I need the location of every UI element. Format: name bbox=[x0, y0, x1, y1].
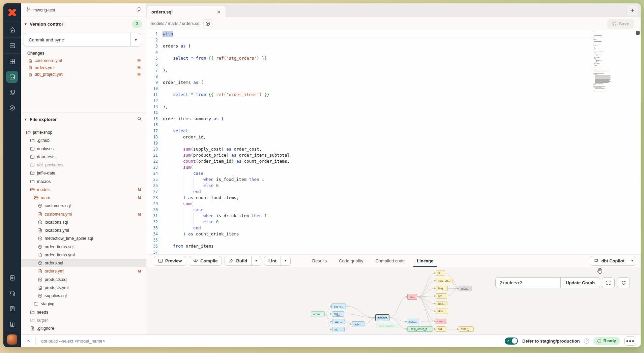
compass-icon[interactable] bbox=[3, 100, 21, 116]
tree-item-orders.yml[interactable]: orders.ymlM bbox=[21, 267, 146, 275]
notebook-icon[interactable] bbox=[3, 301, 21, 316]
tree-item-staging[interactable]: staging bbox=[21, 300, 146, 308]
save-button[interactable]: Save bbox=[607, 19, 634, 29]
dbt-logo-icon[interactable] bbox=[3, 3, 21, 22]
help-question-icon[interactable]: ? bbox=[584, 339, 589, 344]
lineage-node-ordy[interactable]: ord... bbox=[436, 326, 446, 332]
lineage-node-toi[interactable]: test_order_it... bbox=[407, 326, 433, 332]
tree-item-supplies.sql[interactable]: supplies.sql bbox=[21, 292, 146, 300]
code-line[interactable]: 35 bbox=[146, 237, 292, 243]
changed-file-row[interactable]: orders.ymlM bbox=[21, 64, 146, 71]
code-line[interactable]: 2 bbox=[146, 37, 292, 43]
clipboard-icon[interactable] bbox=[3, 270, 21, 285]
new-tab-button[interactable]: + bbox=[627, 5, 638, 15]
code-line[interactable]: 13), bbox=[146, 104, 292, 110]
lineage-node-cusp[interactable]: cus... bbox=[436, 319, 446, 324]
file-explorer-header[interactable]: ▼ File explorer bbox=[24, 115, 142, 124]
tree-item-dbt-packages[interactable]: dbt_packages bbox=[21, 161, 146, 169]
navigate-compass-icon[interactable] bbox=[203, 19, 212, 28]
code-line[interactable]: 15order_items_summary as ( bbox=[146, 116, 292, 122]
lineage-node-y1[interactable]: or.... bbox=[436, 270, 445, 276]
tree-item-metricflow-time-spine.sql[interactable]: metricflow_time_spine.sql bbox=[21, 234, 146, 243]
code-line[interactable]: 22count(order_item_id) as count_order_it… bbox=[146, 158, 292, 164]
lineage-node-orp[interactable]: or... bbox=[407, 294, 417, 300]
code-line[interactable]: 28) as count_food_items, bbox=[146, 195, 292, 201]
code-line[interactable]: 24case bbox=[146, 170, 292, 176]
code-line[interactable]: 37 bbox=[146, 249, 292, 254]
lineage-node-y3[interactable]: larg... bbox=[436, 286, 448, 291]
code-line[interactable]: 21sum(product_price) as order_items_subt… bbox=[146, 152, 292, 158]
preview-button[interactable]: Preview bbox=[154, 256, 186, 266]
results-tab-lineage[interactable]: Lineage bbox=[417, 255, 433, 267]
code-line[interactable]: 25when is_food_item then 1 bbox=[146, 176, 292, 183]
update-graph-button[interactable]: Update Graph bbox=[560, 277, 600, 288]
code-line[interactable]: 27end bbox=[146, 189, 292, 195]
lineage-node-y6[interactable]: drin... bbox=[436, 309, 448, 314]
headset-icon[interactable] bbox=[3, 285, 21, 301]
code-line[interactable]: 14 bbox=[146, 110, 292, 116]
code-line[interactable]: 36from order_items bbox=[146, 243, 292, 249]
lineage-node-ecom[interactable]: ecom.... bbox=[311, 311, 325, 317]
tree-item-orders.sql[interactable]: orders.sql bbox=[21, 259, 146, 267]
stack-icon[interactable] bbox=[3, 38, 21, 53]
search-icon[interactable] bbox=[137, 116, 142, 122]
grid-icon[interactable] bbox=[3, 54, 21, 69]
lineage-node-y5[interactable]: food... bbox=[436, 301, 447, 306]
code-line[interactable]: 32else 0 bbox=[146, 219, 292, 225]
avatar[interactable] bbox=[3, 332, 21, 347]
dbt-copilot-button[interactable]: dbt Copilot ▼ bbox=[590, 256, 636, 266]
lineage-node-grey[interactable]: orde... bbox=[459, 286, 472, 291]
code-line[interactable]: 17select bbox=[146, 128, 292, 134]
code-line[interactable]: 10 bbox=[146, 86, 292, 92]
code-line[interactable]: 26else 0 bbox=[146, 183, 292, 189]
code-editor-icon[interactable] bbox=[3, 69, 21, 85]
tree-item-analyses[interactable]: analyses bbox=[21, 145, 146, 153]
copy-files-icon[interactable] bbox=[136, 7, 141, 13]
home-icon[interactable] bbox=[3, 22, 21, 37]
tree-item-macros[interactable]: macros bbox=[21, 178, 146, 186]
changed-file-row[interactable]: dbt_project.ymlM bbox=[21, 71, 146, 78]
build-button[interactable]: Build ▼ bbox=[225, 256, 261, 266]
lineage-selector-input[interactable] bbox=[495, 277, 560, 288]
code-line[interactable]: 4 bbox=[146, 49, 292, 55]
tree-item-locations.yml[interactable]: locations.yml bbox=[21, 226, 146, 234]
lineage-node-orders[interactable]: orders bbox=[375, 314, 389, 321]
tree-item-data-tests[interactable]: data-tests bbox=[21, 153, 146, 161]
code-line[interactable]: 31when is_drink_item then 1 bbox=[146, 213, 292, 219]
windows-icon[interactable] bbox=[3, 85, 21, 100]
lineage-node-oi[interactable]: orde.... bbox=[352, 321, 364, 327]
tree-item-customers.sql[interactable]: customers.sql bbox=[21, 202, 146, 210]
tree-item-.gitignore[interactable]: .gitignore bbox=[21, 324, 146, 332]
commit-and-sync-button[interactable]: Commit and sync ▼ bbox=[24, 33, 141, 46]
kiosk-icon[interactable] bbox=[3, 316, 21, 332]
version-control-header[interactable]: ▼ Version control 3 bbox=[24, 20, 142, 28]
tree-item-models[interactable]: modelsM bbox=[21, 186, 146, 194]
lineage-node-stg4[interactable]: stg_... bbox=[332, 327, 345, 332]
branch-name[interactable]: mwong-test bbox=[33, 8, 55, 12]
close-tab-icon[interactable]: ✕ bbox=[216, 9, 221, 14]
code-line[interactable]: 6 bbox=[146, 61, 292, 67]
code-line[interactable]: 11select * from {{ ref('order_items') }} bbox=[146, 92, 292, 98]
defer-toggle[interactable]: ✓ bbox=[505, 338, 518, 345]
tree-item-order-items.yml[interactable]: order_items.yml bbox=[21, 251, 146, 259]
lineage-node-stg1[interactable]: stg_o... bbox=[331, 303, 346, 309]
minimap[interactable] bbox=[593, 32, 615, 93]
collapse-command-bar-button[interactable] bbox=[24, 337, 32, 345]
code-line[interactable]: 18order_id, bbox=[146, 134, 292, 140]
lint-dropdown-chevron-icon[interactable]: ▼ bbox=[281, 256, 290, 265]
lineage-node-y4[interactable]: ord... bbox=[436, 293, 447, 299]
lint-button[interactable]: Lint ▼ bbox=[264, 256, 291, 266]
code-line[interactable]: 16 bbox=[146, 122, 292, 128]
tree-item-marts[interactable]: martsM bbox=[21, 194, 146, 202]
code-editor[interactable]: 1with23orders as (45select * from {{ ref… bbox=[146, 30, 641, 254]
tree-item-customers.yml[interactable]: customers.ymlM bbox=[21, 210, 146, 218]
more-options-button[interactable]: ●●● bbox=[624, 336, 636, 346]
code-line[interactable]: 19 bbox=[146, 140, 292, 146]
results-tab-results[interactable]: Results bbox=[312, 255, 327, 267]
compile-button[interactable]: Compile bbox=[189, 256, 222, 266]
scrollbar-thumb[interactable] bbox=[636, 31, 640, 35]
code-line[interactable]: 5select * from {{ ref('stg_orders') }} bbox=[146, 55, 292, 61]
tree-item-target[interactable]: target bbox=[21, 316, 146, 324]
tree-item-order-items.sql[interactable]: order_items.sql bbox=[21, 243, 146, 251]
tree-item-seeds[interactable]: seeds bbox=[21, 308, 146, 316]
